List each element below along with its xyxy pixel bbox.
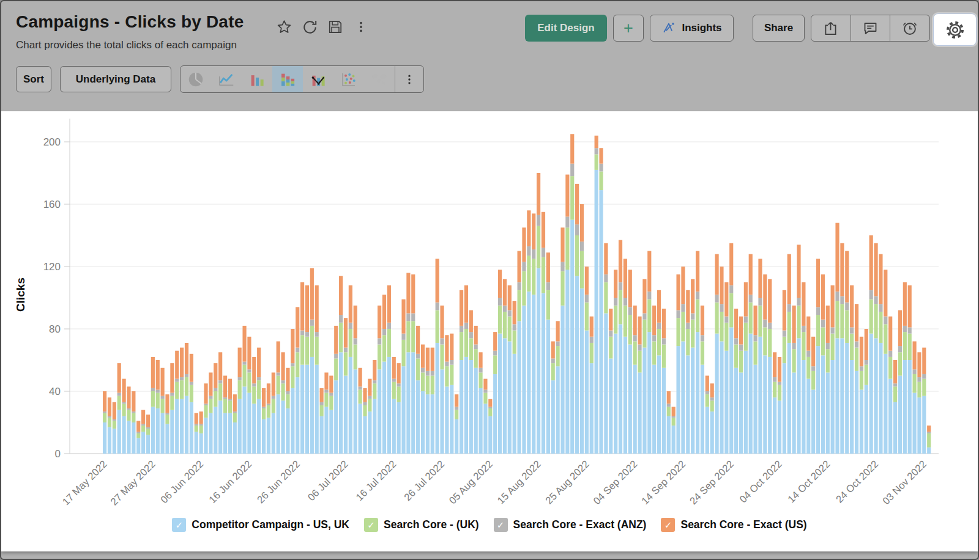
bar-segment[interactable] — [359, 368, 362, 387]
bar-segment[interactable] — [783, 337, 786, 363]
bar-segment[interactable] — [522, 271, 526, 306]
bar-segment[interactable] — [469, 360, 473, 454]
bar-segment[interactable] — [672, 407, 676, 416]
bar-stack[interactable] — [460, 290, 463, 454]
bar-stack[interactable] — [228, 379, 232, 454]
bar-segment[interactable] — [734, 345, 738, 368]
bar-segment[interactable] — [860, 389, 863, 454]
bar-segment[interactable] — [879, 343, 882, 454]
bar-stack[interactable] — [378, 306, 381, 454]
bar-segment[interactable] — [855, 348, 858, 371]
bar-segment[interactable] — [469, 332, 473, 338]
bar-segment[interactable] — [922, 379, 926, 396]
bar-segment[interactable] — [103, 413, 106, 422]
bar-segment[interactable] — [252, 357, 256, 383]
bar-stack[interactable] — [117, 363, 121, 454]
bar-segment[interactable] — [599, 164, 603, 172]
bar-segment[interactable] — [445, 386, 449, 454]
bar-stack[interactable] — [662, 309, 666, 454]
bar-segment[interactable] — [440, 345, 444, 370]
bar-segment[interactable] — [199, 433, 203, 454]
bar-segment[interactable] — [257, 377, 261, 380]
bar-segment[interactable] — [580, 241, 584, 251]
bar-segment[interactable] — [744, 351, 748, 454]
bar-segment[interactable] — [161, 413, 165, 454]
bar-segment[interactable] — [811, 371, 815, 390]
bar-stack[interactable] — [912, 341, 916, 454]
edit-design-button[interactable]: Edit Design — [525, 15, 607, 42]
bar-segment[interactable] — [339, 315, 343, 323]
bar-segment[interactable] — [619, 324, 622, 454]
bar-segment[interactable] — [156, 360, 160, 389]
bar-segment[interactable] — [624, 306, 627, 337]
bar-segment[interactable] — [416, 380, 420, 454]
bar-stack[interactable] — [267, 383, 270, 454]
bar-segment[interactable] — [565, 270, 569, 454]
bar-segment[interactable] — [136, 421, 140, 432]
bar-segment[interactable] — [397, 402, 401, 454]
bar-segment[interactable] — [860, 371, 863, 390]
bar-segment[interactable] — [778, 382, 781, 385]
bar-segment[interactable] — [652, 335, 656, 341]
bar-segment[interactable] — [185, 377, 188, 396]
bar-stack[interactable] — [324, 372, 328, 454]
bar-segment[interactable] — [406, 352, 410, 454]
bar-stack[interactable] — [754, 306, 758, 454]
bar-segment[interactable] — [638, 372, 641, 454]
bar-segment[interactable] — [277, 394, 280, 454]
bar-segment[interactable] — [113, 429, 116, 454]
bar-stack[interactable] — [604, 243, 608, 454]
bar-stack[interactable] — [874, 243, 877, 454]
bar-stack[interactable] — [406, 273, 410, 454]
bar-segment[interactable] — [720, 267, 723, 304]
bar-segment[interactable] — [773, 352, 776, 377]
bar-segment[interactable] — [397, 386, 401, 402]
bar-segment[interactable] — [898, 352, 902, 375]
bar-segment[interactable] — [146, 435, 150, 454]
bar-segment[interactable] — [638, 317, 641, 345]
bar-segment[interactable] — [209, 399, 212, 413]
bar-stack[interactable] — [908, 286, 912, 454]
bar-segment[interactable] — [218, 352, 222, 380]
bar-segment[interactable] — [802, 282, 805, 326]
legend-item[interactable]: ✓Search Core - Exact (ANZ) — [494, 518, 647, 532]
bar-segment[interactable] — [758, 306, 762, 337]
bar-segment[interactable] — [247, 393, 251, 454]
bar-segment[interactable] — [599, 190, 603, 454]
bar-segment[interactable] — [604, 282, 608, 314]
bar-segment[interactable] — [840, 304, 844, 338]
comment-icon[interactable] — [851, 15, 890, 41]
bar-segment[interactable] — [387, 329, 391, 357]
bar-stack[interactable] — [262, 388, 266, 454]
bar-segment[interactable] — [710, 400, 714, 411]
bar-segment[interactable] — [257, 399, 261, 454]
bar-stack[interactable] — [132, 391, 135, 454]
bar-segment[interactable] — [218, 380, 222, 383]
bar-segment[interactable] — [840, 243, 844, 297]
bar-stack[interactable] — [546, 252, 550, 454]
bar-stack[interactable] — [729, 243, 733, 454]
bar-segment[interactable] — [580, 204, 584, 241]
bar-segment[interactable] — [214, 407, 217, 454]
bar-segment[interactable] — [565, 175, 569, 217]
add-button[interactable]: + — [613, 15, 644, 42]
bar-segment[interactable] — [874, 296, 877, 304]
bar-segment[interactable] — [156, 408, 160, 454]
bar-segment[interactable] — [190, 354, 193, 382]
bar-segment[interactable] — [165, 424, 169, 454]
bar-stack[interactable] — [802, 282, 805, 454]
bar-segment[interactable] — [436, 343, 439, 454]
bar-stack[interactable] — [315, 286, 319, 454]
bar-segment[interactable] — [835, 301, 839, 338]
more-vertical-icon[interactable] — [352, 18, 370, 35]
bar-segment[interactable] — [296, 348, 299, 353]
bar-segment[interactable] — [320, 416, 324, 454]
bar-stack[interactable] — [136, 421, 140, 454]
bar-segment[interactable] — [542, 257, 545, 293]
bar-stack[interactable] — [556, 321, 560, 454]
bar-segment[interactable] — [238, 348, 242, 377]
bar-segment[interactable] — [165, 414, 169, 424]
bar-segment[interactable] — [724, 323, 728, 351]
bar-segment[interactable] — [691, 320, 694, 348]
bar-segment[interactable] — [195, 413, 198, 424]
